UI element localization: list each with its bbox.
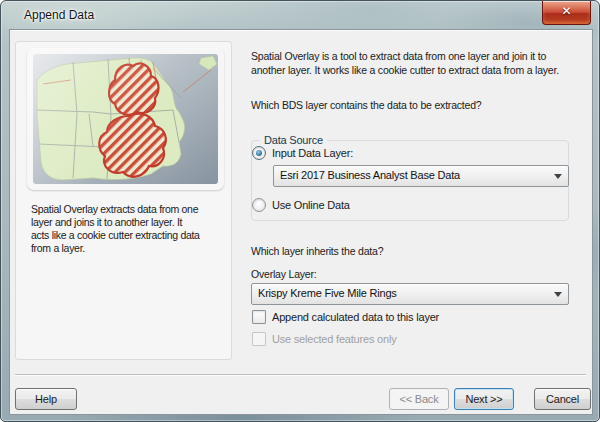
close-icon: ✕ xyxy=(561,4,571,18)
san-francisco-map xyxy=(33,54,218,184)
groupbox-label: Data Source xyxy=(260,134,327,146)
question-inherit: Which layer inherits the data? xyxy=(251,245,383,257)
intro-line: another layer. It works like a cookie cu… xyxy=(251,64,559,76)
left-description-line: layer and joins it to another layer. It xyxy=(31,216,182,228)
intro-line: Spatial Overlay is a tool to extract dat… xyxy=(251,50,546,62)
append-calculated-data-checkbox[interactable]: Append calculated data to this layer xyxy=(252,310,439,324)
overlay-layer-dropdown[interactable]: Krispy Kreme Five Mile Rings xyxy=(251,283,569,305)
left-description-line: from a layer. xyxy=(31,242,85,254)
dropdown-arrow-icon[interactable] xyxy=(554,174,562,179)
radio-label[interactable]: Input Data Layer: xyxy=(272,147,353,159)
append-data-dialog: Append Data ✕ xyxy=(0,0,600,422)
overlay-layer-label: Overlay Layer: xyxy=(251,268,316,280)
use-online-data-radio[interactable]: Use Online Data xyxy=(252,198,350,212)
close-button[interactable]: ✕ xyxy=(542,1,591,25)
left-description-line: acts like a cookie cutter extracting dat… xyxy=(31,229,200,241)
back-button: << Back xyxy=(389,388,449,410)
input-data-layer-radio[interactable]: Input Data Layer: xyxy=(252,146,353,160)
cancel-button[interactable]: Cancel xyxy=(534,388,591,410)
dropdown-arrow-icon[interactable] xyxy=(554,292,562,297)
left-description-line: Spatial Overlay extracts data from one xyxy=(31,203,198,215)
use-selected-features-checkbox: Use selected features only xyxy=(252,332,396,346)
next-button[interactable]: Next >> xyxy=(454,388,514,410)
radio-selected-icon[interactable] xyxy=(252,146,266,160)
footer-separator xyxy=(15,374,586,376)
checkbox-label: Use selected features only xyxy=(272,333,396,345)
question-data-source: Which BDS layer contains the data to be … xyxy=(251,99,481,111)
checkbox-disabled-icon xyxy=(252,332,266,346)
map-preview-image xyxy=(33,54,218,184)
radio-unselected-icon[interactable] xyxy=(252,198,266,212)
checkbox-unchecked-icon[interactable] xyxy=(252,310,266,324)
dropdown-value: Krispy Kreme Five Mile Rings xyxy=(258,287,397,299)
dropdown-value: Esri 2017 Business Analyst Base Data xyxy=(280,169,460,181)
window-title: Append Data xyxy=(24,8,94,22)
checkbox-label[interactable]: Append calculated data to this layer xyxy=(272,311,439,323)
map-preview-frame xyxy=(27,48,224,190)
help-button[interactable]: Help xyxy=(15,388,77,410)
radio-label[interactable]: Use Online Data xyxy=(272,199,350,211)
input-data-layer-dropdown[interactable]: Esri 2017 Business Analyst Base Data xyxy=(273,165,569,187)
